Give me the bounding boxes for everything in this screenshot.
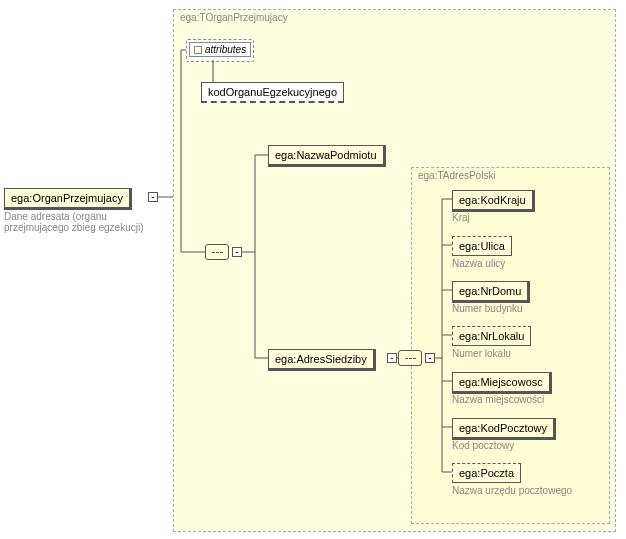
elem-kodkraju: ega:KodKraju — [452, 190, 535, 212]
cap-nrdomu: Numer budynku — [452, 303, 523, 314]
cap-kodpocztowy: Kod pocztowy — [452, 440, 514, 451]
attributes-icon — [194, 46, 202, 54]
diagram-canvas: ega:TOrganPrzejmujacy ega:TAdresPolski a… — [0, 0, 626, 539]
cap-kodkraju: Kraj — [452, 212, 470, 223]
attr-kodOrganu: kodOrganuEgzekucyjnego — [201, 82, 344, 103]
seq-connector-1 — [205, 244, 229, 260]
root-element-label: ega:OrganPrzejmujacy — [11, 192, 123, 204]
elem-adres: ega:AdresSiedziby — [268, 349, 376, 371]
attributes-header: attributes — [189, 42, 251, 57]
elem-kodpocztowy-label: ega:KodPocztowy — [459, 422, 547, 434]
elem-poczta-label: ega:Poczta — [459, 467, 514, 479]
elem-kodpocztowy: ega:KodPocztowy — [452, 418, 556, 440]
elem-nazwa: ega:NazwaPodmiotu — [268, 145, 386, 167]
cap-miejscowosc: Nazwa miejscowości — [452, 394, 544, 405]
seq2-expand-icon[interactable]: - — [425, 353, 435, 363]
group-torgan-label: ega:TOrganPrzejmujacy — [180, 12, 288, 23]
elem-ulica-label: ega:Ulica — [459, 240, 505, 252]
seq-connector-2 — [398, 350, 422, 366]
elem-ulica: ega:Ulica — [452, 236, 512, 256]
elem-poczta: ega:Poczta — [452, 463, 521, 483]
elem-miejscowosc-label: ega:Miejscowosc — [459, 376, 543, 388]
elem-nrdomu-label: ega:NrDomu — [459, 285, 521, 297]
root-element: ega:OrganPrzejmujacy — [4, 188, 132, 210]
attributes-box: attributes — [186, 39, 254, 62]
attributes-title: attributes — [205, 44, 246, 55]
root-expand-icon[interactable]: - — [148, 192, 158, 202]
elem-miejscowosc: ega:Miejscowosc — [452, 372, 552, 394]
elem-nrdomu: ega:NrDomu — [452, 281, 530, 303]
attr-kodOrganu-label: kodOrganuEgzekucyjnego — [208, 86, 337, 98]
adres-expand-icon[interactable]: - — [387, 353, 397, 363]
elem-nrlokalu: ega:NrLokalu — [452, 326, 531, 346]
cap-ulica: Nazwa ulicy — [452, 258, 505, 269]
elem-nazwa-label: ega:NazwaPodmiotu — [275, 149, 377, 161]
group-tadres-label: ega:TAdresPolski — [418, 170, 496, 181]
elem-kodkraju-label: ega:KodKraju — [459, 194, 526, 206]
root-caption: Dane adresata (organu przejmującego zbie… — [4, 211, 154, 233]
elem-nrlokalu-label: ega:NrLokalu — [459, 330, 524, 342]
cap-poczta: Nazwa urzędu pocztowego — [452, 485, 572, 496]
seq1-expand-icon[interactable]: - — [232, 247, 242, 257]
cap-nrlokalu: Numer lokalu — [452, 348, 511, 359]
elem-adres-label: ega:AdresSiedziby — [275, 353, 367, 365]
